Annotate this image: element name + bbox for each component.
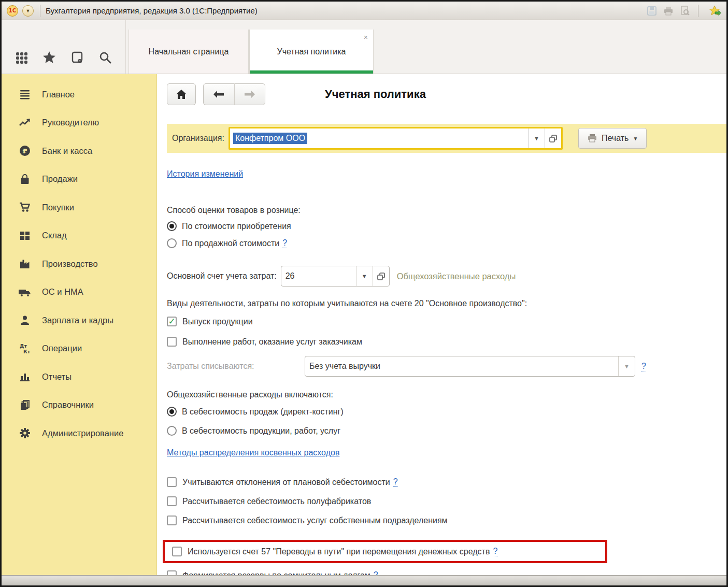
printer-icon (587, 134, 597, 143)
sidebar-label: Администрирование (42, 428, 123, 438)
activities-label: Виды деятельности, затраты по которым уч… (167, 299, 726, 308)
tab-home-page[interactable]: Начальная страница (129, 30, 249, 74)
sidebar-item-operations[interactable]: ДтКт Операции (2, 335, 156, 363)
checkbox-plan-cost-deviations[interactable] (167, 477, 177, 487)
trend-chart-icon (18, 117, 32, 128)
cost-account-dropdown-icon[interactable]: ▼ (356, 266, 373, 286)
home-button[interactable] (167, 83, 196, 105)
sidebar-label: ОС и НМА (42, 287, 83, 297)
sidebar-item-bank-cash[interactable]: ₽ Банк и касса (2, 137, 156, 165)
reserves-help-link[interactable]: ? (374, 570, 378, 575)
checkbox-account-57[interactable] (172, 547, 182, 556)
retail-method-label: Способ оценки товаров в рознице: (167, 206, 726, 215)
tabs-toolbar: Начальная страница Учетная политика × (2, 20, 726, 74)
radio-direct-costing[interactable] (167, 407, 177, 417)
factory-icon (18, 258, 32, 269)
title-bar: 1С ▼ Бухгалтерия предприятия, редакция 3… (2, 2, 726, 20)
organization-row: Организация: Конфетпром ООО ▼ Печать ▼ (167, 124, 726, 153)
preview-icon[interactable] (679, 5, 691, 17)
favorites-icon[interactable] (709, 5, 721, 17)
window-bottom-bar (2, 575, 726, 585)
sidebar-item-fixed-assets[interactable]: ОС и НМА (2, 278, 156, 307)
sidebar-item-purchases[interactable]: Покупки (2, 193, 156, 222)
tab-home-label: Начальная страница (149, 47, 229, 56)
sidebar-label: Справочники (42, 400, 94, 410)
quick-access-panel (2, 20, 126, 74)
print-icon[interactable] (663, 5, 674, 17)
forward-button[interactable] (234, 83, 265, 105)
search-icon[interactable] (98, 50, 112, 65)
checkbox-doubtful-debts-reserves[interactable] (167, 570, 177, 575)
sidebar-item-warehouse[interactable]: Склад (2, 222, 156, 250)
dt-kt-icon: ДтКт (18, 342, 32, 355)
sections-grid-icon[interactable] (15, 51, 28, 65)
indirect-costs-methods-link[interactable]: Методы распределения косвенных расходов (167, 448, 339, 457)
radio-sale-cost-label: По продажной стоимости (182, 239, 279, 248)
sidebar-item-directories[interactable]: Справочники (2, 391, 156, 420)
deviations-help-link[interactable]: ? (393, 477, 398, 487)
svg-text:Дт: Дт (20, 343, 27, 349)
sidebar-item-production[interactable]: Производство (2, 250, 156, 278)
overhead-label: Общехозяйственные расходы включаются: (167, 390, 726, 399)
checkbox-semifinished-cost[interactable] (167, 496, 177, 506)
svg-text:Кт: Кт (23, 349, 31, 354)
writeoff-dropdown-icon[interactable]: ▼ (618, 356, 635, 376)
cost-account-open-icon[interactable] (373, 266, 389, 286)
checkbox-works-services[interactable] (167, 337, 177, 347)
sidebar-item-administration[interactable]: Администрирование (2, 419, 156, 448)
system-menu-button[interactable]: ▼ (22, 5, 34, 17)
sidebar-label: Главное (42, 90, 75, 99)
menu-lines-icon (18, 89, 32, 100)
sidebar-label: Зарплата и кадры (42, 316, 113, 325)
print-button[interactable]: Печать ▼ (578, 128, 647, 149)
sections-sidebar: Главное Руководителю ₽ Банк и касса Прод… (2, 74, 157, 575)
organization-field[interactable]: Конфетпром ООО ▼ (229, 127, 563, 150)
history-changes-link[interactable]: История изменений (167, 169, 243, 178)
radio-purchase-cost[interactable] (167, 221, 177, 231)
radio-product-cost[interactable] (167, 426, 177, 436)
checkbox-plan-cost-deviations-label: Учитываются отклонения от плановой себес… (182, 478, 390, 487)
radio-sale-cost[interactable] (167, 238, 177, 248)
highlight-box: Используется счет 57 "Переводы в пути" п… (163, 540, 607, 563)
sidebar-item-sales[interactable]: Продажи (2, 165, 156, 194)
organization-open-icon[interactable] (545, 128, 561, 148)
sidebar-label: Банк и касса (42, 146, 92, 156)
retail-help-link[interactable]: ? (282, 238, 287, 248)
back-button[interactable] (204, 83, 234, 105)
back-arrow-icon (212, 90, 225, 98)
writeoff-field[interactable]: Без учета выручки ▼ (305, 356, 635, 377)
account-57-help-link[interactable]: ? (493, 547, 497, 556)
sidebar-item-salary-hr[interactable]: Зарплата и кадры (2, 306, 156, 335)
content-area: Учетная политика Организация: Конфетпром… (158, 74, 726, 575)
checkbox-account-57-label: Используется счет 57 "Переводы в пути" п… (188, 547, 490, 556)
ruble-circle-icon: ₽ (18, 145, 32, 156)
checkbox-production-output[interactable] (167, 317, 177, 326)
tab-accounting-policy[interactable]: Учетная политика × (249, 30, 374, 74)
favorites-star-icon[interactable] (42, 50, 56, 65)
checkbox-own-divisions-services-label: Рассчитывается себестоимость услуг собст… (182, 516, 448, 525)
sidebar-label: Производство (42, 259, 98, 269)
page-title: Учетная политика (325, 88, 426, 101)
bar-chart-icon (18, 371, 32, 382)
save-icon[interactable] (646, 5, 658, 17)
radio-product-cost-label: В себестоимость продукции, работ, услуг (182, 426, 340, 436)
history-scroll-icon[interactable] (70, 50, 84, 65)
person-icon (18, 314, 32, 326)
tab-close-icon[interactable]: × (364, 34, 368, 41)
boxes-grid-icon (18, 230, 32, 241)
stacked-pages-icon (18, 399, 32, 411)
checkbox-production-output-label: Выпуск продукции (182, 317, 253, 326)
sidebar-item-manager[interactable]: Руководителю (2, 109, 156, 137)
checkbox-own-divisions-services[interactable] (167, 516, 177, 525)
organization-dropdown-icon[interactable]: ▼ (528, 128, 545, 148)
writeoff-help-link[interactable]: ? (641, 362, 646, 371)
sidebar-item-main[interactable]: Главное (2, 80, 156, 109)
print-dropdown-icon: ▼ (633, 136, 638, 141)
tab-active-label: Учетная политика (277, 47, 346, 56)
sidebar-item-reports[interactable]: Отчеты (2, 363, 156, 391)
radio-direct-costing-label: В себестоимость продаж (директ-костинг) (182, 407, 344, 417)
titlebar-divider2 (698, 5, 698, 17)
cost-account-field[interactable]: 26 ▼ (281, 266, 390, 287)
active-tab-indicator (250, 70, 373, 74)
cost-account-value: 26 (281, 266, 356, 286)
